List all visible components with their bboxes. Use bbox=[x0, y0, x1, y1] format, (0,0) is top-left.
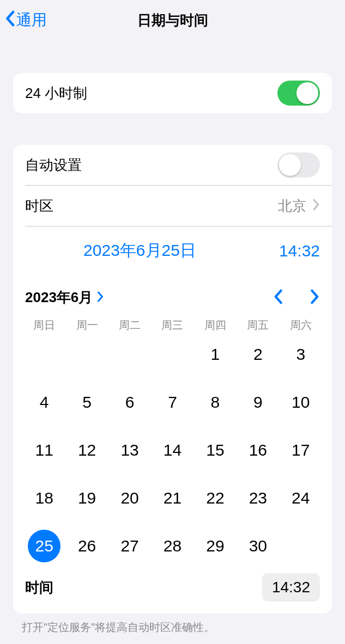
day-cell[interactable]: 10 bbox=[280, 386, 322, 419]
twenty-four-hour-row: 24 小时制 bbox=[13, 73, 332, 113]
day-cell[interactable]: 17 bbox=[280, 434, 322, 467]
day-cell[interactable]: 12 bbox=[65, 434, 108, 467]
chevron-right-icon bbox=[97, 289, 104, 306]
day-cell[interactable]: 15 bbox=[194, 434, 237, 467]
day-cell[interactable]: 20 bbox=[108, 482, 151, 514]
day-cell[interactable]: 29 bbox=[194, 530, 237, 562]
day-cell[interactable]: 6 bbox=[108, 386, 151, 419]
timezone-row[interactable]: 时区 北京 bbox=[13, 186, 332, 226]
weekday-label: 周日 bbox=[23, 318, 65, 333]
auto-set-row: 自动设置 bbox=[13, 145, 332, 185]
day-cell[interactable]: 5 bbox=[65, 386, 108, 419]
day-cell[interactable]: 22 bbox=[194, 482, 237, 514]
day-cell[interactable]: 11 bbox=[23, 434, 65, 467]
back-label: 通用 bbox=[16, 10, 47, 30]
day-cell[interactable]: 3 bbox=[280, 338, 322, 371]
day-cell[interactable]: 30 bbox=[237, 530, 279, 562]
twenty-four-hour-label: 24 小时制 bbox=[25, 84, 277, 103]
weekday-label: 周六 bbox=[280, 318, 322, 333]
toggle-knob bbox=[279, 154, 301, 176]
day-cell[interactable]: 7 bbox=[151, 386, 193, 419]
auto-set-label: 自动设置 bbox=[25, 156, 277, 175]
weekday-label: 周五 bbox=[237, 318, 279, 333]
month-picker-button[interactable]: 2023年6月 bbox=[25, 288, 104, 307]
day-cell[interactable]: 24 bbox=[280, 482, 322, 514]
day-cell[interactable]: 2 bbox=[237, 338, 279, 371]
day-cell[interactable]: 19 bbox=[65, 482, 108, 514]
prev-month-button[interactable] bbox=[273, 289, 283, 306]
day-cell[interactable]: 8 bbox=[194, 386, 237, 419]
toggle-knob bbox=[296, 82, 318, 104]
selected-date-button[interactable]: 2023年6月25日 bbox=[25, 240, 255, 262]
day-cell[interactable]: 4 bbox=[23, 386, 65, 419]
day-blank bbox=[108, 338, 151, 371]
day-cell[interactable]: 28 bbox=[151, 530, 193, 562]
twenty-four-hour-toggle[interactable] bbox=[277, 81, 320, 106]
selected-time-button[interactable]: 14:32 bbox=[255, 242, 320, 260]
day-cell[interactable]: 14 bbox=[151, 434, 193, 467]
day-cell[interactable]: 9 bbox=[237, 386, 279, 419]
weekday-label: 周二 bbox=[108, 318, 151, 333]
page-title: 日期与时间 bbox=[0, 11, 345, 30]
chevron-left-icon bbox=[4, 10, 15, 30]
next-month-button[interactable] bbox=[310, 289, 320, 306]
day-cell[interactable]: 1 bbox=[194, 338, 237, 371]
day-blank bbox=[23, 338, 65, 371]
month-label: 2023年6月 bbox=[25, 288, 93, 307]
day-cell[interactable]: 27 bbox=[108, 530, 151, 562]
chevron-right-icon bbox=[313, 198, 320, 214]
weekday-label: 周四 bbox=[194, 318, 237, 333]
back-button[interactable]: 通用 bbox=[0, 10, 47, 30]
weekday-label: 周三 bbox=[151, 318, 193, 333]
day-cell[interactable]: 18 bbox=[23, 482, 65, 514]
day-cell[interactable]: 21 bbox=[151, 482, 193, 514]
timezone-label: 时区 bbox=[25, 197, 278, 216]
weekday-label: 周一 bbox=[65, 318, 108, 333]
day-cell[interactable]: 26 bbox=[65, 530, 108, 562]
timezone-value: 北京 bbox=[278, 197, 306, 216]
day-cell[interactable]: 25 bbox=[23, 530, 65, 562]
time-picker-button[interactable]: 14:32 bbox=[262, 573, 320, 602]
day-blank bbox=[151, 338, 193, 371]
footer-note: 打开"定位服务"将提高自动时区准确性。 bbox=[0, 614, 345, 635]
day-cell[interactable]: 13 bbox=[108, 434, 151, 467]
time-row-label: 时间 bbox=[25, 578, 262, 597]
day-cell[interactable]: 16 bbox=[237, 434, 279, 467]
auto-set-toggle[interactable] bbox=[277, 152, 320, 177]
day-blank bbox=[65, 338, 108, 371]
day-cell[interactable]: 23 bbox=[237, 482, 279, 514]
